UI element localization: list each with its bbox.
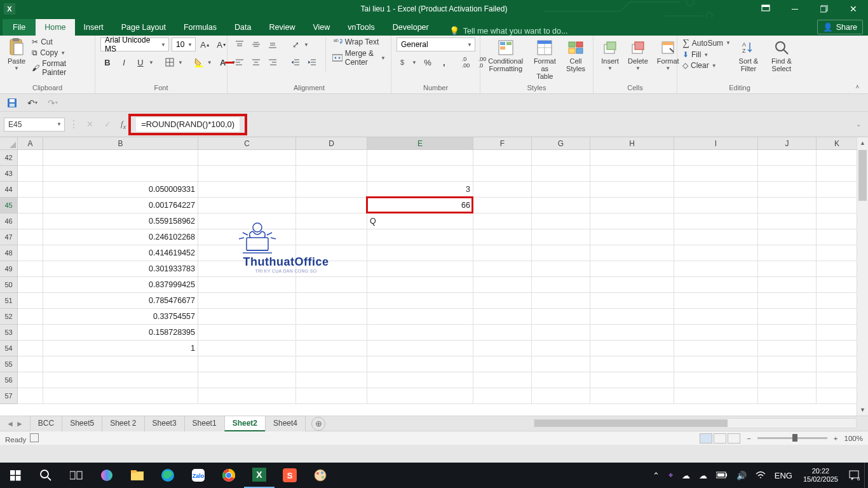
column-header-A[interactable]: A <box>18 137 43 149</box>
cell-D50[interactable] <box>296 277 367 293</box>
cell-J45[interactable] <box>758 198 817 214</box>
task-view-button[interactable] <box>61 463 92 488</box>
cell-H53[interactable] <box>590 325 674 341</box>
scroll-down-icon[interactable]: ▼ <box>857 404 868 416</box>
increase-indent-icon[interactable] <box>305 55 319 69</box>
undo-button[interactable]: ↶▾ <box>25 96 39 110</box>
cell-A57[interactable] <box>18 388 43 404</box>
cell-A44[interactable] <box>18 182 43 198</box>
cell-F53[interactable] <box>473 325 532 341</box>
tab-home[interactable]: Home <box>36 19 74 36</box>
cell-K55[interactable] <box>817 356 858 372</box>
snagit-app-icon[interactable]: S <box>275 463 305 488</box>
zoom-slider[interactable] <box>757 437 827 439</box>
row-header-50[interactable]: 50 <box>0 277 18 293</box>
sheet-tab-sheet5[interactable]: Sheet5 <box>62 416 102 431</box>
cell-K57[interactable] <box>817 388 858 404</box>
conditional-formatting-button[interactable]: Conditional Formatting <box>485 37 526 74</box>
tab-file[interactable]: File <box>3 19 36 36</box>
cell-I48[interactable] <box>674 245 758 261</box>
cell-B50[interactable]: 0.837999425 <box>43 277 198 293</box>
accounting-caret-icon[interactable]: ▼ <box>410 60 418 65</box>
copilot-app-icon[interactable] <box>92 463 122 488</box>
cell-K42[interactable] <box>817 150 858 166</box>
cell-J50[interactable] <box>758 277 817 293</box>
cell-F48[interactable] <box>473 245 532 261</box>
row-header-43[interactable]: 43 <box>0 166 18 182</box>
cell-I52[interactable] <box>674 309 758 325</box>
cell-E55[interactable] <box>367 356 473 372</box>
cell-J44[interactable] <box>758 182 817 198</box>
cell-E44[interactable]: 3 <box>367 182 473 198</box>
normal-view-button[interactable] <box>700 433 712 444</box>
tray-battery-icon[interactable] <box>712 471 732 479</box>
search-button[interactable] <box>31 463 61 488</box>
row-header-49[interactable]: 49 <box>0 261 18 277</box>
cell-J51[interactable] <box>758 293 817 309</box>
row-header-48[interactable]: 48 <box>0 245 18 261</box>
zalo-app-icon[interactable]: Zalo <box>183 463 214 488</box>
cell-A56[interactable] <box>18 372 43 388</box>
sheet-next-icon[interactable]: ► <box>16 419 24 428</box>
tab-formulas[interactable]: Formulas <box>175 19 226 36</box>
cell-K52[interactable] <box>817 309 858 325</box>
row-header-51[interactable]: 51 <box>0 293 18 309</box>
wrap-text-button[interactable]: abWrap Text <box>332 37 386 46</box>
cell-A51[interactable] <box>18 293 43 309</box>
cell-A47[interactable] <box>18 229 43 245</box>
italic-button[interactable]: I <box>117 55 131 69</box>
cell-E43[interactable] <box>367 166 473 182</box>
cell-D54[interactable] <box>296 341 367 356</box>
cell-K51[interactable] <box>817 293 858 309</box>
cell-E52[interactable] <box>367 309 473 325</box>
orientation-button[interactable]: ⤢ <box>288 37 302 51</box>
align-right-icon[interactable] <box>266 55 280 69</box>
page-break-view-button[interactable] <box>728 433 740 444</box>
cell-I54[interactable] <box>674 341 758 356</box>
cell-G57[interactable] <box>532 388 590 404</box>
cell-E54[interactable] <box>367 341 473 356</box>
zoom-out-icon[interactable]: − <box>747 435 751 442</box>
cell-B53[interactable]: 0.158728395 <box>43 325 198 341</box>
cell-K45[interactable] <box>817 198 858 214</box>
cell-H49[interactable] <box>590 261 674 277</box>
cell-F50[interactable] <box>473 277 532 293</box>
cell-K50[interactable] <box>817 277 858 293</box>
column-header-H[interactable]: H <box>590 137 674 149</box>
align-top-icon[interactable] <box>233 37 247 51</box>
cell-A55[interactable] <box>18 356 43 372</box>
row-header-56[interactable]: 56 <box>0 372 18 388</box>
tell-me-search[interactable]: 💡Tell me what you want to do... <box>438 26 568 36</box>
cell-G53[interactable] <box>532 325 590 341</box>
merge-center-button[interactable]: Merge & Center ▼ <box>332 49 386 67</box>
row-header-53[interactable]: 53 <box>0 325 18 341</box>
tray-volume-icon[interactable]: 🔊 <box>732 471 751 480</box>
cell-F42[interactable] <box>473 150 532 166</box>
select-all-corner[interactable] <box>0 137 18 149</box>
cell-E53[interactable] <box>367 325 473 341</box>
cell-B55[interactable] <box>43 356 198 372</box>
decrease-indent-icon[interactable] <box>288 55 302 69</box>
fill-color-caret-icon[interactable]: ▼ <box>206 60 214 65</box>
cell-D56[interactable] <box>296 372 367 388</box>
fill-color-button[interactable] <box>192 55 206 69</box>
cell-D44[interactable] <box>296 182 367 198</box>
cell-C50[interactable] <box>198 277 296 293</box>
cell-H45[interactable] <box>590 198 674 214</box>
cell-G49[interactable] <box>532 261 590 277</box>
cell-C51[interactable] <box>198 293 296 309</box>
zoom-level[interactable]: 100% <box>844 435 863 442</box>
cell-B51[interactable]: 0.785476677 <box>43 293 198 309</box>
cell-E47[interactable] <box>367 229 473 245</box>
cell-I56[interactable] <box>674 372 758 388</box>
cell-F55[interactable] <box>473 356 532 372</box>
cell-D52[interactable] <box>296 309 367 325</box>
column-header-D[interactable]: D <box>296 137 367 149</box>
sheet-tab-sheet2[interactable]: Sheet2 <box>224 416 266 431</box>
cell-J42[interactable] <box>758 150 817 166</box>
cell-G48[interactable] <box>532 245 590 261</box>
tray-language[interactable]: ENG <box>770 471 797 480</box>
cell-G50[interactable] <box>532 277 590 293</box>
column-header-J[interactable]: J <box>758 137 817 149</box>
cell-H48[interactable] <box>590 245 674 261</box>
